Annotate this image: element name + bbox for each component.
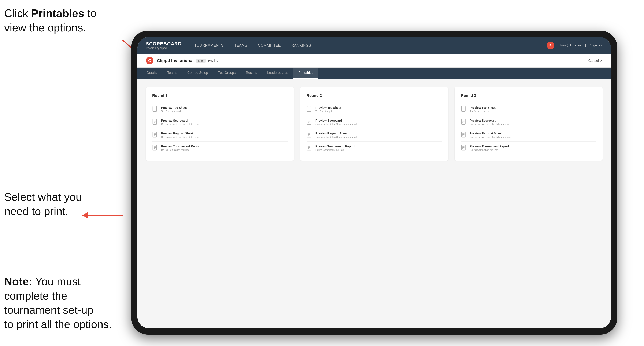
brand: SCOREBOARD Powered by clippd xyxy=(146,41,182,50)
r3-report-subtitle: Round Completion required xyxy=(470,149,509,151)
r3-scorecard-title: Preview Scorecard xyxy=(470,119,511,122)
tab-details[interactable]: Details xyxy=(142,68,162,79)
tab-bar: Details Teams Course Setup Tee Groups Re… xyxy=(138,68,611,79)
round-2-scorecard[interactable]: Preview Scorecard Course setup + Tee She… xyxy=(306,116,442,129)
brand-sub: Powered by clippd xyxy=(146,47,182,50)
document-icon-4 xyxy=(152,145,158,151)
nav-item-tournaments[interactable]: TOURNAMENTS xyxy=(194,42,224,49)
r1-raguzzi-title: Preview Raguzzi Sheet xyxy=(161,132,202,135)
cancel-button[interactable]: Cancel ✕ xyxy=(588,59,602,63)
r3-tee-sheet-subtitle: Tee Sheet required xyxy=(470,110,496,113)
nav-item-teams[interactable]: TEAMS xyxy=(234,42,247,49)
r2-report-subtitle: Round Completion required xyxy=(316,149,355,151)
document-icon-10 xyxy=(461,119,467,126)
r1-raguzzi-subtitle: Course setup + Tee Sheet data required xyxy=(161,136,202,138)
tournament-badge: Men xyxy=(196,59,206,63)
r2-report-title: Preview Tournament Report xyxy=(316,145,355,148)
tournament-name: Clippd Invitational xyxy=(157,58,194,63)
document-icon-3 xyxy=(152,132,158,139)
round-2-title: Round 2 xyxy=(306,94,442,98)
r3-raguzzi-subtitle: Course setup + Tee Sheet data required xyxy=(470,136,511,138)
round-2-tee-sheet[interactable]: Preview Tee Sheet Tee Sheet required xyxy=(306,103,442,116)
document-icon-7 xyxy=(306,132,312,139)
r2-scorecard-subtitle: Course setup + Tee Sheet data required xyxy=(316,123,357,125)
round-3-tournament-report[interactable]: Preview Tournament Report Round Completi… xyxy=(461,142,596,154)
r2-tee-sheet-title: Preview Tee Sheet xyxy=(316,106,341,109)
r2-raguzzi-subtitle: Course setup + Tee Sheet data required xyxy=(316,136,357,138)
round-2-tournament-report[interactable]: Preview Tournament Report Round Completi… xyxy=(306,142,442,154)
round-3-scorecard[interactable]: Preview Scorecard Course setup + Tee She… xyxy=(461,116,596,129)
document-icon-2 xyxy=(152,119,158,126)
sign-out-link[interactable]: Sign out xyxy=(590,43,602,47)
nav-separator: | xyxy=(585,43,586,47)
app-content: SCOREBOARD Powered by clippd TOURNAMENTS… xyxy=(138,37,611,328)
nav-avatar: B xyxy=(547,42,554,49)
round-1-raguzzi[interactable]: Preview Raguzzi Sheet Course setup + Tee… xyxy=(152,129,288,142)
document-icon xyxy=(152,106,158,113)
round-2-section: Round 2 Preview Tee Sheet Tee Sheet requ… xyxy=(300,87,448,161)
round-1-tee-sheet[interactable]: Preview Tee Sheet Tee Sheet required xyxy=(152,103,288,116)
instruction-top: Click Printables toview the options. xyxy=(4,6,114,35)
document-icon-11 xyxy=(461,132,467,139)
round-3-raguzzi[interactable]: Preview Raguzzi Sheet Course setup + Tee… xyxy=(461,129,596,142)
round-1-scorecard[interactable]: Preview Scorecard Course setup + Tee She… xyxy=(152,116,288,129)
tab-results[interactable]: Results xyxy=(241,68,262,79)
round-1-tournament-report[interactable]: Preview Tournament Report Round Completi… xyxy=(152,142,288,154)
round-3-tee-sheet[interactable]: Preview Tee Sheet Tee Sheet required xyxy=(461,103,596,116)
r1-report-title: Preview Tournament Report xyxy=(161,145,200,148)
tab-leaderboards[interactable]: Leaderboards xyxy=(262,68,293,79)
nav-item-committee[interactable]: COMMITTEE xyxy=(258,42,281,49)
round-2-raguzzi[interactable]: Preview Raguzzi Sheet Course setup + Tee… xyxy=(306,129,442,142)
instruction-middle-text: Select what youneed to print. xyxy=(4,191,82,217)
tab-course-setup[interactable]: Course Setup xyxy=(182,68,213,79)
rounds-grid: Round 1 Preview Tee Sheet Tee Sheet requ… xyxy=(146,87,602,161)
tablet-screen: SCOREBOARD Powered by clippd TOURNAMENTS… xyxy=(138,37,611,328)
tab-tee-groups[interactable]: Tee Groups xyxy=(213,68,241,79)
document-icon-6 xyxy=(306,119,312,126)
r2-raguzzi-title: Preview Raguzzi Sheet xyxy=(316,132,357,135)
r2-tee-sheet-subtitle: Tee Sheet required xyxy=(316,110,341,113)
main-content: Round 1 Preview Tee Sheet Tee Sheet requ… xyxy=(138,79,611,328)
r3-raguzzi-title: Preview Raguzzi Sheet xyxy=(470,132,511,135)
nav-user-email: blair@clippd.io xyxy=(558,43,581,47)
tablet-frame: SCOREBOARD Powered by clippd TOURNAMENTS… xyxy=(131,31,617,335)
document-icon-5 xyxy=(306,106,312,113)
document-icon-9 xyxy=(461,106,467,113)
sub-header: C Clippd Invitational Men Hosting Cancel… xyxy=(138,54,611,68)
r2-scorecard-title: Preview Scorecard xyxy=(316,119,357,122)
round-1-title: Round 1 xyxy=(152,94,288,98)
r1-scorecard-title: Preview Scorecard xyxy=(161,119,202,122)
r3-scorecard-subtitle: Course setup + Tee Sheet data required xyxy=(470,123,511,125)
r1-tee-sheet-subtitle: Tee Sheet required xyxy=(161,110,187,113)
nav-item-rankings[interactable]: RANKINGS xyxy=(291,42,311,49)
instruction-bottom-text: Note: You mustcomplete thetournament set… xyxy=(4,275,112,330)
round-3-title: Round 3 xyxy=(461,94,596,98)
brand-title: SCOREBOARD xyxy=(146,41,182,47)
nav-items: TOURNAMENTS TEAMS COMMITTEE RANKINGS xyxy=(194,42,547,49)
round-3-section: Round 3 Preview Tee Sheet Tee Sheet requ… xyxy=(454,87,602,161)
r3-report-title: Preview Tournament Report xyxy=(470,145,509,148)
round-1-section: Round 1 Preview Tee Sheet Tee Sheet requ… xyxy=(146,87,294,161)
document-icon-12 xyxy=(461,145,467,151)
instruction-top-text: Click Printables toview the options. xyxy=(4,7,96,34)
r1-report-subtitle: Round Completion required xyxy=(161,149,200,151)
document-icon-8 xyxy=(306,145,312,151)
instruction-middle: Select what youneed to print. xyxy=(4,190,114,218)
tab-teams[interactable]: Teams xyxy=(162,68,182,79)
sub-header-logo: C xyxy=(146,57,154,64)
nav-right: B blair@clippd.io | Sign out xyxy=(547,42,602,49)
r1-scorecard-subtitle: Course setup + Tee Sheet data required xyxy=(161,123,202,125)
r3-tee-sheet-title: Preview Tee Sheet xyxy=(470,106,496,109)
instruction-bottom: Note: You mustcomplete thetournament set… xyxy=(4,274,114,332)
r1-tee-sheet-title: Preview Tee Sheet xyxy=(161,106,187,109)
tab-printables[interactable]: Printables xyxy=(293,68,318,79)
top-nav: SCOREBOARD Powered by clippd TOURNAMENTS… xyxy=(138,37,611,54)
hosting-badge: Hosting xyxy=(208,59,218,62)
